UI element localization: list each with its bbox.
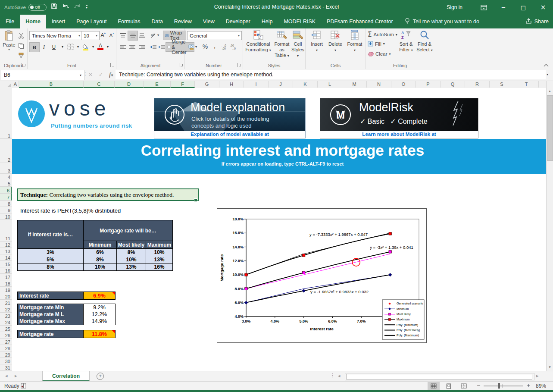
menu-tab-formulas[interactable]: Formulas xyxy=(112,15,146,28)
modelrisk-card[interactable]: M ModelRisk ✓ Basic ✓ Complete Learn mor… xyxy=(320,98,478,138)
zoom-slider-thumb[interactable] xyxy=(498,383,500,389)
scroll-down-icon[interactable]: ▾ xyxy=(547,364,553,370)
decrease-indent-button[interactable] xyxy=(148,42,158,51)
row-header-24[interactable]: 24 xyxy=(0,319,12,326)
font-name-combo[interactable]: Times New Roma▾ xyxy=(29,31,82,40)
menu-tab-page-layout[interactable]: Page Layout xyxy=(71,15,112,28)
mortgage-minmlmax-block[interactable]: Mortgage rate Min9.2%Mortgage rate M L12… xyxy=(17,304,116,325)
macro-record-icon[interactable] xyxy=(21,383,26,390)
cancel-entry-icon[interactable]: ✕ xyxy=(88,72,93,78)
name-box[interactable]: B6 ▾ xyxy=(0,70,84,80)
row-header-23[interactable]: 23 xyxy=(0,313,12,319)
row-header-30[interactable]: 30 xyxy=(0,358,12,364)
align-bottom-button[interactable] xyxy=(137,31,147,40)
column-header-D[interactable]: D xyxy=(115,81,144,88)
font-size-combo[interactable]: 10▾ xyxy=(81,31,100,40)
insert-function-icon[interactable]: fx xyxy=(109,72,113,78)
normal-view-button[interactable] xyxy=(428,382,440,390)
mortgage-row-value[interactable]: 12.2% xyxy=(84,311,115,318)
new-sheet-button[interactable]: + xyxy=(97,373,104,380)
zoom-level[interactable]: 89% xyxy=(536,383,546,389)
conditional-formatting-button[interactable]: ≠ Conditional Formatting ▾ xyxy=(244,30,272,53)
maximize-button[interactable]: □ xyxy=(513,0,533,15)
row-header-29[interactable]: 29 xyxy=(0,351,12,358)
table-subheader-most-likely[interactable]: Most likely xyxy=(117,241,146,249)
align-left-button[interactable] xyxy=(118,42,128,51)
underline-button[interactable]: U xyxy=(49,42,59,51)
table-cell-r0c1[interactable]: 6% xyxy=(84,249,117,256)
table-cell-r2c1[interactable]: 10% xyxy=(84,263,117,271)
row-header-25[interactable]: 25 xyxy=(0,326,12,332)
vertical-scroll-thumb[interactable] xyxy=(547,95,553,161)
row-header-21[interactable]: 21 xyxy=(0,300,12,306)
row-header-16[interactable]: 16 xyxy=(0,267,12,274)
rate-table[interactable]: If interest rate is…Mortgage rate will b… xyxy=(17,220,173,271)
table-cell-r2c3[interactable]: 16% xyxy=(146,263,173,271)
cell-styles-button[interactable]: Cell Styles ▾ xyxy=(291,30,304,59)
accounting-format-button[interactable]: ▾ xyxy=(187,42,198,51)
shrink-font-button[interactable]: A▾ xyxy=(107,31,116,40)
sort-filter-button[interactable]: AZ Sort & Filter ▾ xyxy=(397,30,415,53)
modelrisk-link[interactable]: Learn more about ModelRisk at www.voseso… xyxy=(320,131,478,138)
table-cell-r1c1[interactable]: 8% xyxy=(84,256,117,263)
cut-button[interactable] xyxy=(16,31,26,40)
column-header-K[interactable]: K xyxy=(293,81,318,88)
tab-splitter[interactable]: ⋮ xyxy=(330,373,335,378)
fill-button[interactable]: Fill▾ xyxy=(368,41,385,47)
menu-tab-developer[interactable]: Developer xyxy=(220,15,256,28)
prev-sheet-icon[interactable]: ◂ xyxy=(5,373,8,379)
number-dialog-launcher[interactable] xyxy=(237,63,241,67)
column-header-A[interactable]: A xyxy=(12,81,19,88)
column-header-T[interactable]: T xyxy=(514,81,539,88)
row-header-18[interactable]: 18 xyxy=(0,280,12,287)
table-cell-r2c0[interactable]: 8% xyxy=(18,263,84,271)
row-header-12[interactable]: 12 xyxy=(0,241,12,248)
row-header-1[interactable]: 1 xyxy=(0,88,12,139)
wrap-text-button[interactable]: Wrap Text xyxy=(163,31,186,40)
mortgage-rate-output[interactable]: Mortgage rate 11.8% xyxy=(17,330,116,338)
row-header-6[interactable]: 6 xyxy=(0,187,12,194)
envelope-chart[interactable]: 4.0%6.0%8.0%10.0%12.0%14.0%16.0%18.0%3.0… xyxy=(217,208,427,343)
row-header-2[interactable]: 2 xyxy=(0,139,12,163)
table-cell-r2c2[interactable]: 13% xyxy=(117,263,146,271)
clipboard-dialog-launcher[interactable] xyxy=(22,63,26,67)
row-header-14[interactable]: 14 xyxy=(0,254,12,261)
sign-in-button[interactable]: Sign in xyxy=(447,4,462,10)
row-header-8[interactable]: 8 xyxy=(0,201,12,207)
mortgage-rate-value[interactable]: 11.8% xyxy=(84,330,115,338)
column-header-C[interactable]: C xyxy=(84,81,115,88)
alignment-dialog-launcher[interactable] xyxy=(179,63,183,67)
column-header-O[interactable]: O xyxy=(391,81,416,88)
column-header-L[interactable]: L xyxy=(318,81,342,88)
technique-cell[interactable]: Technique: Correlating two variables usi… xyxy=(17,188,199,201)
column-header-E[interactable]: E xyxy=(144,81,171,88)
select-all-corner[interactable] xyxy=(0,81,12,88)
table-cell-r0c0[interactable]: 3% xyxy=(18,249,84,256)
confirm-entry-icon[interactable]: ✓ xyxy=(99,72,103,78)
menu-tab-data[interactable]: Data xyxy=(146,15,168,28)
font-color-dropdown[interactable]: ▾ xyxy=(103,42,112,51)
percent-style-button[interactable]: % xyxy=(200,42,210,51)
row-header-13[interactable]: 13 xyxy=(0,248,12,254)
italic-button[interactable]: I xyxy=(39,42,49,51)
table-cell-r0c3[interactable]: 10% xyxy=(146,249,173,256)
column-header-R[interactable]: R xyxy=(465,81,490,88)
format-painter-button[interactable] xyxy=(16,51,26,60)
bold-button[interactable]: B xyxy=(29,42,40,52)
row-header-20[interactable]: 20 xyxy=(0,293,12,300)
tell-me-box[interactable]: Tell me what you want to do xyxy=(399,15,485,28)
table-header-interest[interactable]: If interest rate is… xyxy=(18,220,84,249)
pert-note[interactable]: Interest rate is PERT(3,5,8)% distribute… xyxy=(20,207,121,214)
mortgage-row-value[interactable]: 9.2% xyxy=(84,304,115,311)
row-header-15[interactable]: 15 xyxy=(0,261,12,267)
column-header-F[interactable]: F xyxy=(171,81,195,88)
table-cell-r0c2[interactable]: 8% xyxy=(117,249,146,256)
column-header-P[interactable]: P xyxy=(416,81,441,88)
row-header-5[interactable]: 5 xyxy=(0,180,12,187)
number-format-combo[interactable]: General▾ xyxy=(187,31,242,40)
font-dialog-launcher[interactable] xyxy=(110,63,115,67)
zoom-out-button[interactable]: − xyxy=(477,382,480,389)
hscroll-left-icon[interactable]: ◂ xyxy=(338,373,341,379)
align-top-button[interactable] xyxy=(118,31,128,40)
grow-font-button[interactable]: A▴ xyxy=(98,31,108,40)
